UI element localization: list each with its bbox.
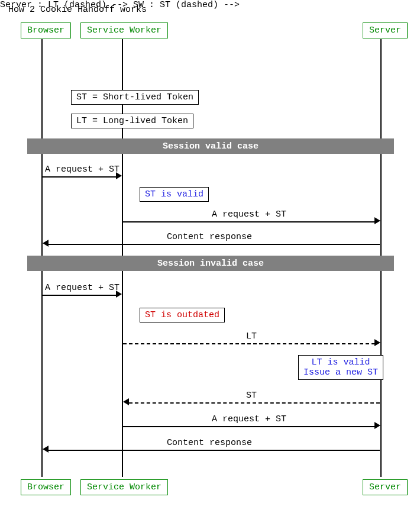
msg-req-st-4: A request + ST bbox=[212, 414, 286, 424]
msg-req-st-1: A request + ST bbox=[45, 165, 119, 175]
arrow-req-st-2 bbox=[123, 221, 375, 222]
participant-browser-bottom: Browser bbox=[21, 479, 71, 495]
arrow-req-st-1 bbox=[43, 176, 116, 178]
msg-req-st-3: A request + ST bbox=[45, 283, 119, 293]
sequence-diagram: How 2 Cookie Handoff works Browser Servi… bbox=[0, 0, 420, 516]
arrowhead-req-st-3 bbox=[116, 291, 122, 298]
note-lt-def: LT = Long-lived Token bbox=[71, 114, 193, 128]
msg-content-resp-2: Content response bbox=[167, 438, 252, 448]
arrow-st bbox=[129, 402, 380, 404]
participant-service-worker-top: Service Worker bbox=[80, 22, 168, 38]
diagram-title: How 2 Cookie Handoff works bbox=[8, 5, 147, 15]
participant-server-top: Server bbox=[363, 22, 408, 38]
arrowhead-content-resp-1 bbox=[43, 240, 49, 247]
msg-req-st-2: A request + ST bbox=[212, 209, 286, 220]
participant-server-bottom: Server bbox=[363, 479, 408, 495]
msg-lt: LT bbox=[246, 331, 257, 341]
arrow-content-resp-2 bbox=[49, 450, 380, 451]
note-st-outdated: ST is outdated bbox=[140, 308, 225, 322]
arrowhead-content-resp-2 bbox=[43, 446, 49, 453]
msg-content-resp-1: Content response bbox=[167, 232, 252, 242]
participant-service-worker-bottom: Service Worker bbox=[80, 479, 168, 495]
arrowhead-st bbox=[123, 398, 129, 405]
note-st-valid: ST is valid bbox=[140, 187, 209, 202]
note-st-def: ST = Short-lived Token bbox=[71, 90, 199, 105]
arrowhead-req-st-2 bbox=[374, 217, 380, 224]
divider-invalid-case: Session invalid case bbox=[27, 256, 394, 271]
arrowhead-lt bbox=[374, 339, 380, 346]
divider-valid-case: Session valid case bbox=[27, 138, 394, 154]
arrow-content-resp-1 bbox=[49, 244, 380, 245]
arrowhead-req-st-1 bbox=[116, 172, 122, 179]
arrow-req-st-4 bbox=[123, 426, 375, 427]
divider-valid-label: Session valid case bbox=[163, 141, 259, 151]
arrow-lt bbox=[123, 343, 375, 344]
arrowhead-req-st-4 bbox=[374, 422, 380, 429]
note-lt-valid: LT is valid Issue a new ST bbox=[298, 355, 383, 380]
participant-browser-top: Browser bbox=[21, 22, 71, 38]
arrow-req-st-3 bbox=[43, 295, 116, 296]
note-lt-valid-line2: Issue a new ST bbox=[303, 367, 378, 378]
msg-st: ST bbox=[246, 391, 257, 401]
divider-invalid-label: Session invalid case bbox=[157, 259, 264, 269]
note-lt-valid-line1: LT is valid bbox=[303, 357, 378, 367]
